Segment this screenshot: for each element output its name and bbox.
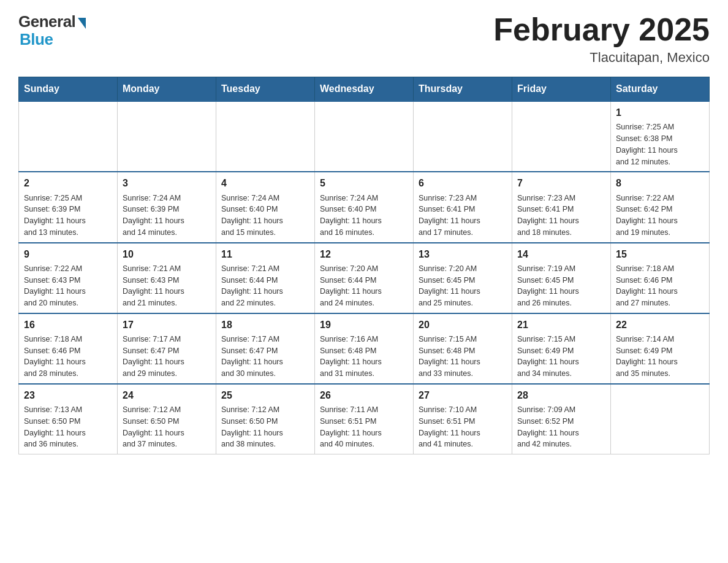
day-info: Sunrise: 7:14 AM Sunset: 6:49 PM Dayligh… xyxy=(616,334,704,380)
calendar-day-cell: 26Sunrise: 7:11 AM Sunset: 6:51 PM Dayli… xyxy=(315,384,414,454)
day-of-week-header: Saturday xyxy=(611,77,710,102)
calendar-week-row: 23Sunrise: 7:13 AM Sunset: 6:50 PM Dayli… xyxy=(19,384,710,454)
day-number: 8 xyxy=(616,176,704,190)
logo-arrow-icon xyxy=(78,18,86,29)
calendar-day-cell: 27Sunrise: 7:10 AM Sunset: 6:51 PM Dayli… xyxy=(414,384,512,454)
day-info: Sunrise: 7:16 AM Sunset: 6:48 PM Dayligh… xyxy=(320,334,408,380)
calendar-day-cell: 21Sunrise: 7:15 AM Sunset: 6:49 PM Dayli… xyxy=(512,313,611,384)
calendar-day-cell xyxy=(19,101,118,172)
day-info: Sunrise: 7:15 AM Sunset: 6:49 PM Dayligh… xyxy=(517,334,605,380)
day-info: Sunrise: 7:15 AM Sunset: 6:48 PM Dayligh… xyxy=(419,334,507,380)
calendar-day-cell: 11Sunrise: 7:21 AM Sunset: 6:44 PM Dayli… xyxy=(216,243,315,313)
calendar-day-cell: 17Sunrise: 7:17 AM Sunset: 6:47 PM Dayli… xyxy=(118,313,216,384)
day-of-week-header: Wednesday xyxy=(315,77,414,102)
day-number: 22 xyxy=(616,318,704,332)
calendar-day-cell: 10Sunrise: 7:21 AM Sunset: 6:43 PM Dayli… xyxy=(118,243,216,313)
day-number: 1 xyxy=(616,105,704,120)
day-info: Sunrise: 7:10 AM Sunset: 6:51 PM Dayligh… xyxy=(419,404,507,450)
calendar-week-row: 9Sunrise: 7:22 AM Sunset: 6:43 PM Daylig… xyxy=(19,243,710,313)
calendar-header: SundayMondayTuesdayWednesdayThursdayFrid… xyxy=(19,77,710,102)
calendar-day-cell: 28Sunrise: 7:09 AM Sunset: 6:52 PM Dayli… xyxy=(512,384,611,454)
day-number: 12 xyxy=(320,247,408,261)
page-header: General Blue February 2025 Tlacuitapan, … xyxy=(18,12,710,66)
day-info: Sunrise: 7:20 AM Sunset: 6:45 PM Dayligh… xyxy=(419,263,507,309)
day-number: 3 xyxy=(123,176,211,190)
month-title: February 2025 xyxy=(493,12,710,47)
calendar-day-cell: 8Sunrise: 7:22 AM Sunset: 6:42 PM Daylig… xyxy=(611,172,710,242)
logo: General Blue xyxy=(18,12,86,49)
day-number: 10 xyxy=(123,247,211,261)
day-of-week-header: Friday xyxy=(512,77,611,102)
calendar-week-row: 1Sunrise: 7:25 AM Sunset: 6:38 PM Daylig… xyxy=(19,101,710,172)
calendar-day-cell: 12Sunrise: 7:20 AM Sunset: 6:44 PM Dayli… xyxy=(315,243,414,313)
day-number: 16 xyxy=(24,318,112,332)
day-info: Sunrise: 7:23 AM Sunset: 6:41 PM Dayligh… xyxy=(517,193,605,239)
logo-general-text: General xyxy=(18,12,75,31)
day-number: 11 xyxy=(221,247,309,261)
day-info: Sunrise: 7:12 AM Sunset: 6:50 PM Dayligh… xyxy=(221,404,309,450)
day-info: Sunrise: 7:24 AM Sunset: 6:40 PM Dayligh… xyxy=(320,193,408,239)
logo-blue-text: Blue xyxy=(20,30,53,49)
calendar-day-cell: 6Sunrise: 7:23 AM Sunset: 6:41 PM Daylig… xyxy=(414,172,512,242)
calendar-day-cell: 14Sunrise: 7:19 AM Sunset: 6:45 PM Dayli… xyxy=(512,243,611,313)
day-number: 28 xyxy=(517,388,605,402)
day-number: 18 xyxy=(221,318,309,332)
day-number: 6 xyxy=(419,176,507,190)
calendar-day-cell xyxy=(315,101,414,172)
day-number: 24 xyxy=(123,388,211,402)
calendar-table: SundayMondayTuesdayWednesdayThursdayFrid… xyxy=(18,77,710,454)
calendar-day-cell xyxy=(216,101,315,172)
calendar-day-cell: 4Sunrise: 7:24 AM Sunset: 6:40 PM Daylig… xyxy=(216,172,315,242)
day-info: Sunrise: 7:25 AM Sunset: 6:39 PM Dayligh… xyxy=(24,193,112,239)
day-info: Sunrise: 7:21 AM Sunset: 6:44 PM Dayligh… xyxy=(221,263,309,309)
day-number: 17 xyxy=(123,318,211,332)
day-of-week-header: Monday xyxy=(118,77,216,102)
day-info: Sunrise: 7:21 AM Sunset: 6:43 PM Dayligh… xyxy=(123,263,211,309)
calendar-day-cell: 16Sunrise: 7:18 AM Sunset: 6:46 PM Dayli… xyxy=(19,313,118,384)
title-block: February 2025 Tlacuitapan, Mexico xyxy=(493,12,710,66)
day-info: Sunrise: 7:25 AM Sunset: 6:38 PM Dayligh… xyxy=(616,121,704,167)
day-info: Sunrise: 7:23 AM Sunset: 6:41 PM Dayligh… xyxy=(419,193,507,239)
calendar-week-row: 2Sunrise: 7:25 AM Sunset: 6:39 PM Daylig… xyxy=(19,172,710,242)
calendar-day-cell xyxy=(512,101,611,172)
location-label: Tlacuitapan, Mexico xyxy=(493,50,710,66)
calendar-day-cell: 7Sunrise: 7:23 AM Sunset: 6:41 PM Daylig… xyxy=(512,172,611,242)
day-number: 26 xyxy=(320,388,408,402)
day-info: Sunrise: 7:11 AM Sunset: 6:51 PM Dayligh… xyxy=(320,404,408,450)
day-info: Sunrise: 7:24 AM Sunset: 6:40 PM Dayligh… xyxy=(221,193,309,239)
day-info: Sunrise: 7:09 AM Sunset: 6:52 PM Dayligh… xyxy=(517,404,605,450)
day-number: 13 xyxy=(419,247,507,261)
calendar-day-cell: 2Sunrise: 7:25 AM Sunset: 6:39 PM Daylig… xyxy=(19,172,118,242)
day-number: 4 xyxy=(221,176,309,190)
day-info: Sunrise: 7:18 AM Sunset: 6:46 PM Dayligh… xyxy=(24,334,112,380)
calendar-day-cell: 24Sunrise: 7:12 AM Sunset: 6:50 PM Dayli… xyxy=(118,384,216,454)
day-number: 23 xyxy=(24,388,112,402)
calendar-week-row: 16Sunrise: 7:18 AM Sunset: 6:46 PM Dayli… xyxy=(19,313,710,384)
day-number: 9 xyxy=(24,247,112,261)
calendar-day-cell: 9Sunrise: 7:22 AM Sunset: 6:43 PM Daylig… xyxy=(19,243,118,313)
calendar-day-cell: 22Sunrise: 7:14 AM Sunset: 6:49 PM Dayli… xyxy=(611,313,710,384)
day-info: Sunrise: 7:18 AM Sunset: 6:46 PM Dayligh… xyxy=(616,263,704,309)
day-info: Sunrise: 7:24 AM Sunset: 6:39 PM Dayligh… xyxy=(123,193,211,239)
calendar-day-cell: 1Sunrise: 7:25 AM Sunset: 6:38 PM Daylig… xyxy=(611,101,710,172)
day-info: Sunrise: 7:19 AM Sunset: 6:45 PM Dayligh… xyxy=(517,263,605,309)
day-number: 20 xyxy=(419,318,507,332)
header-row: SundayMondayTuesdayWednesdayThursdayFrid… xyxy=(19,77,710,102)
calendar-day-cell: 18Sunrise: 7:17 AM Sunset: 6:47 PM Dayli… xyxy=(216,313,315,384)
day-info: Sunrise: 7:17 AM Sunset: 6:47 PM Dayligh… xyxy=(221,334,309,380)
day-info: Sunrise: 7:17 AM Sunset: 6:47 PM Dayligh… xyxy=(123,334,211,380)
day-of-week-header: Tuesday xyxy=(216,77,315,102)
calendar-day-cell xyxy=(414,101,512,172)
calendar-day-cell: 5Sunrise: 7:24 AM Sunset: 6:40 PM Daylig… xyxy=(315,172,414,242)
calendar-day-cell: 25Sunrise: 7:12 AM Sunset: 6:50 PM Dayli… xyxy=(216,384,315,454)
day-info: Sunrise: 7:12 AM Sunset: 6:50 PM Dayligh… xyxy=(123,404,211,450)
day-number: 7 xyxy=(517,176,605,190)
day-of-week-header: Thursday xyxy=(414,77,512,102)
calendar-day-cell: 3Sunrise: 7:24 AM Sunset: 6:39 PM Daylig… xyxy=(118,172,216,242)
calendar-day-cell: 15Sunrise: 7:18 AM Sunset: 6:46 PM Dayli… xyxy=(611,243,710,313)
day-info: Sunrise: 7:13 AM Sunset: 6:50 PM Dayligh… xyxy=(24,404,112,450)
day-number: 19 xyxy=(320,318,408,332)
calendar-day-cell: 19Sunrise: 7:16 AM Sunset: 6:48 PM Dayli… xyxy=(315,313,414,384)
day-number: 15 xyxy=(616,247,704,261)
day-info: Sunrise: 7:22 AM Sunset: 6:43 PM Dayligh… xyxy=(24,263,112,309)
